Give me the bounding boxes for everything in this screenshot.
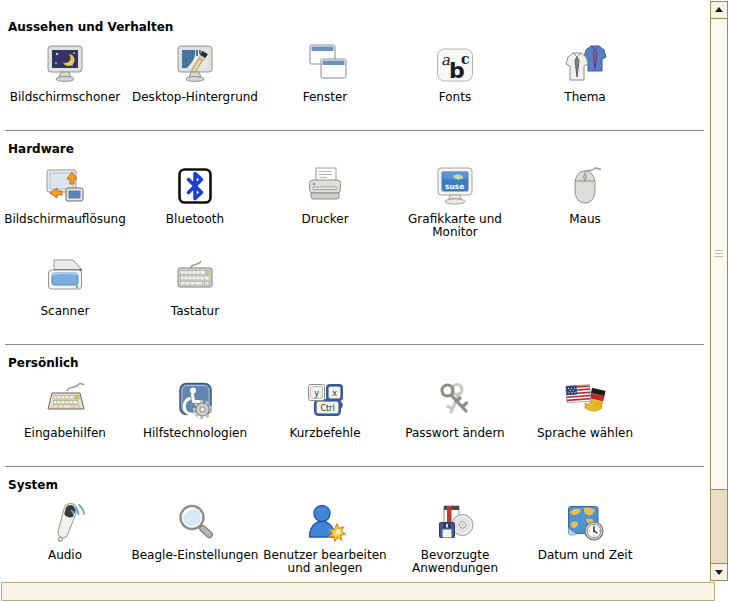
launcher-bildschirmschoner[interactable]: Bildschirmschoner [0, 41, 130, 104]
keyboard-icon [171, 255, 219, 303]
launcher-fonts[interactable]: a b c Fonts [390, 41, 520, 104]
statusbar [1, 582, 715, 601]
launcher-label: Eingabehilfen [0, 427, 130, 440]
svg-text:suse: suse [445, 182, 464, 191]
section-title-hardware: Hardware [8, 142, 710, 156]
launcher-label: Desktop-Hintergrund [130, 91, 260, 104]
launcher-label: Fonts [390, 91, 520, 104]
launcher-hilfstechnologien[interactable]: Hilfstechnologien [130, 377, 260, 440]
theme-shirts-icon [561, 41, 609, 89]
svg-text:y: y [314, 389, 319, 398]
scanner-icon [41, 255, 89, 303]
accessible-keyboard-icon [41, 377, 89, 425]
launcher-label: Maus [520, 213, 650, 226]
section-title-system: System [8, 478, 710, 492]
launcher-label: Grafikkarte und Monitor [390, 213, 520, 239]
launcher-label: Drucker [260, 213, 390, 226]
audio-speaker-icon [41, 499, 89, 547]
launcher-label: Sprache wählen [520, 427, 650, 440]
launcher-label: Bevorzugte Anwendungen [390, 549, 520, 575]
screen-resolution-icon [41, 163, 89, 211]
keyboard-shortcuts-icon: x Ctrl y [301, 377, 349, 425]
launcher-bildschirmaufloesung[interactable]: Bildschirmauflösung [0, 163, 130, 239]
launcher-label: Beagle-Einstellungen [130, 549, 260, 562]
section-separator [5, 130, 704, 131]
scroll-down-button[interactable] [711, 563, 727, 580]
desktop-background-icon [171, 41, 219, 89]
launcher-label: Scanner [0, 305, 130, 318]
user-account-icon [301, 499, 349, 547]
bluetooth-icon [171, 163, 219, 211]
section-items-system: Audio Beagle-Einstellungen [0, 499, 710, 575]
suse-monitor-icon: suse [431, 163, 479, 211]
thumb-grip-icon [715, 250, 723, 259]
scroll-up-button[interactable] [711, 2, 727, 19]
launcher-label: Bluetooth [130, 213, 260, 226]
scroll-up-icon [715, 7, 723, 12]
section-title-aussehen: Aussehen und Verhalten [8, 20, 710, 34]
launcher-label: Bildschirmauflösung [0, 213, 130, 226]
password-keys-icon [431, 377, 479, 425]
mouse-icon [561, 163, 609, 211]
launcher-tastatur[interactable]: Tastatur [130, 255, 260, 318]
launcher-label: Hilfstechnologien [130, 427, 260, 440]
launcher-kurzbefehle[interactable]: x Ctrl y Kurzbefehle [260, 377, 390, 440]
printer-icon [301, 163, 349, 211]
section-separator [5, 466, 704, 467]
launcher-bevorzugte-anwendungen[interactable]: Bevorzugte Anwendungen [390, 499, 520, 575]
launcher-grafikkarte-und-monitor[interactable]: suse Grafikkarte und Monitor [390, 163, 520, 239]
launcher-datum-und-zeit[interactable]: Datum und Zeit [520, 499, 650, 575]
launcher-label: Datum und Zeit [520, 549, 650, 562]
section-separator [5, 344, 704, 345]
screensaver-icon [41, 41, 89, 89]
windows-icon [301, 41, 349, 89]
launcher-label: Tastatur [130, 305, 260, 318]
svg-text:Ctrl: Ctrl [320, 404, 334, 413]
language-flags-icon [561, 377, 609, 425]
search-magnifier-icon [171, 499, 219, 547]
launcher-beagle-einstellungen[interactable]: Beagle-Einstellungen [130, 499, 260, 575]
launcher-scanner[interactable]: Scanner [0, 255, 130, 318]
launcher-eingabehilfen[interactable]: Eingabehilfen [0, 377, 130, 440]
control-center-icon-view: Aussehen und Verhalten Bildschirmschoner [0, 0, 710, 582]
launcher-label: Thema [520, 91, 650, 104]
fonts-icon: a b c [431, 41, 479, 89]
section-items-hardware: Bildschirmauflösung Bluetooth [0, 163, 710, 318]
launcher-drucker[interactable]: Drucker [260, 163, 390, 239]
svg-text:x: x [332, 389, 337, 398]
preferred-applications-icon [431, 499, 479, 547]
launcher-label: Fenster [260, 91, 390, 104]
vertical-scrollbar[interactable] [710, 1, 728, 581]
launcher-bluetooth[interactable]: Bluetooth [130, 163, 260, 239]
section-items-aussehen: Bildschirmschoner Deskto [0, 41, 710, 104]
launcher-passwort-aendern[interactable]: Passwort ändern [390, 377, 520, 440]
date-time-icon [561, 499, 609, 547]
scrollbar-thumb[interactable] [711, 19, 727, 490]
launcher-audio[interactable]: Audio [0, 499, 130, 575]
svg-text:c: c [461, 51, 470, 67]
launcher-benutzer-bearbeiten[interactable]: Benutzer bearbeiten und anlegen [260, 499, 390, 575]
section-title-persoenlich: Persönlich [8, 356, 710, 370]
launcher-label: Audio [0, 549, 130, 562]
launcher-maus[interactable]: Maus [520, 163, 650, 239]
launcher-desktop-hintergrund[interactable]: Desktop-Hintergrund [130, 41, 260, 104]
launcher-label: Passwort ändern [390, 427, 520, 440]
launcher-label: Kurzbefehle [260, 427, 390, 440]
launcher-label: Bildschirmschoner [0, 91, 130, 104]
section-items-persoenlich: Eingabehilfen Hilfstechnologien [0, 377, 710, 440]
launcher-fenster[interactable]: Fenster [260, 41, 390, 104]
launcher-sprache-waehlen[interactable]: Sprache wählen [520, 377, 650, 440]
launcher-thema[interactable]: Thema [520, 41, 650, 104]
scroll-down-icon [715, 570, 723, 575]
launcher-label: Benutzer bearbeiten und anlegen [260, 549, 390, 575]
assistive-technology-icon [171, 377, 219, 425]
